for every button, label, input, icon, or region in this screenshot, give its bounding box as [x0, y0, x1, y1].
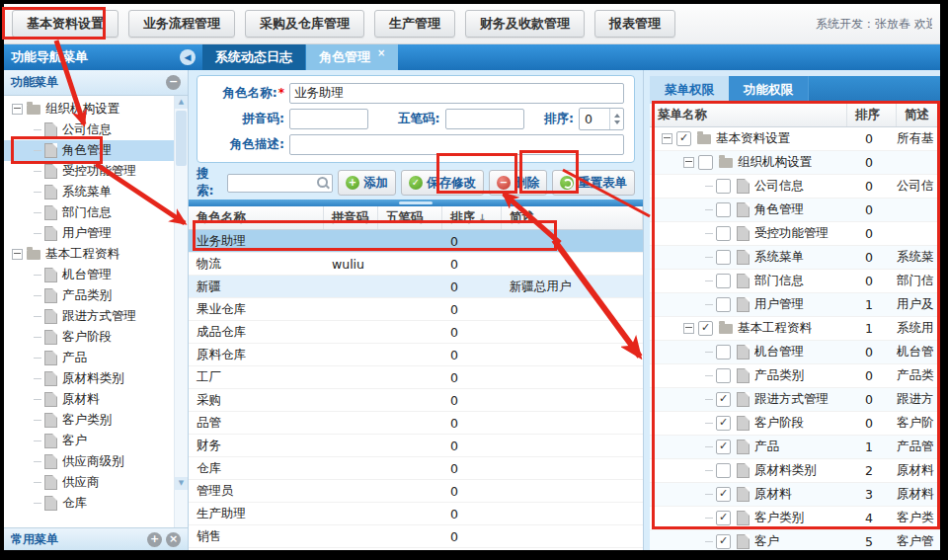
permission-row-9[interactable]: 机台管理0机台管 — [650, 341, 940, 364]
scroll-up-icon[interactable]: ▲ — [175, 96, 188, 109]
checkbox-checked[interactable]: ✓ — [716, 440, 731, 454]
checkbox[interactable] — [716, 368, 731, 383]
role-row-4[interactable]: 成品仓库0 — [189, 321, 643, 344]
role-row-11[interactable]: 管理员0 — [189, 480, 643, 503]
scrollbar-thumb[interactable] — [176, 111, 187, 166]
role-row-9[interactable]: 财务0 — [189, 435, 643, 457]
horizontal-splitter[interactable] — [189, 200, 643, 206]
toolbar-button-2[interactable]: −删除 — [489, 170, 547, 196]
permission-row-15[interactable]: ✓原材料3原材料 — [650, 483, 940, 507]
sort-spinner[interactable]: 0 — [579, 108, 624, 130]
tab-close-icon[interactable]: × — [377, 47, 385, 58]
sidebar-tree-item-19[interactable]: 仓库 — [4, 493, 188, 514]
column-header-4[interactable]: 简述 — [502, 206, 643, 229]
permission-row-11[interactable]: ✓跟进方式管理0跟进方 — [650, 388, 940, 412]
checkbox[interactable] — [716, 345, 731, 360]
sidebar-tree-item-7[interactable]: 基本工程资料 — [4, 244, 188, 265]
top-menu-item-1[interactable]: 业务流程管理 — [128, 10, 235, 38]
pinyin-input[interactable] — [289, 109, 368, 129]
toolbar-button-3[interactable]: 重置表单 — [552, 170, 635, 196]
role-row-5[interactable]: 原料仓库0 — [189, 344, 643, 366]
checkbox[interactable] — [716, 250, 731, 265]
permission-row-17[interactable]: ✓客户5客户管 — [650, 530, 940, 550]
sidebar-tree-item-15[interactable]: 客户类别 — [4, 410, 188, 431]
collapse-node-icon[interactable] — [662, 133, 672, 144]
permission-tab-1[interactable]: 功能权限 — [729, 76, 809, 104]
collapse-node-icon[interactable] — [12, 104, 23, 115]
permission-row-13[interactable]: ✓产品1产品管 — [650, 436, 940, 459]
permission-row-5[interactable]: 系统菜单0系统菜 — [650, 246, 940, 270]
sidebar-tree-item-5[interactable]: 部门信息 — [4, 202, 188, 223]
role-desc-input[interactable] — [289, 134, 624, 155]
main-tab-1[interactable]: 角色管理× — [306, 44, 398, 70]
role-name-input[interactable] — [289, 83, 624, 104]
wubi-input[interactable] — [445, 109, 524, 129]
checkbox-checked[interactable]: ✓ — [716, 534, 731, 549]
sidebar-tree-item-1[interactable]: 公司信息 — [4, 120, 188, 140]
sidebar-collapse-button[interactable]: ◀ — [180, 49, 196, 65]
top-menu-item-2[interactable]: 采购及仓库管理 — [245, 10, 364, 38]
checkbox[interactable] — [716, 463, 731, 478]
permission-row-7[interactable]: 用户管理1用户及 — [650, 293, 940, 317]
permission-row-10[interactable]: 产品类别0产品类 — [650, 364, 940, 388]
permission-tab-0[interactable]: 菜单权限 — [650, 76, 729, 104]
checkbox[interactable] — [716, 202, 731, 217]
role-row-7[interactable]: 采购0 — [189, 389, 643, 412]
checkbox-checked[interactable]: ✓ — [716, 416, 731, 431]
sidebar-tree-item-6[interactable]: 用户管理 — [4, 223, 188, 244]
permission-row-4[interactable]: 受控功能管理0 — [650, 222, 940, 246]
checkbox[interactable] — [698, 155, 713, 170]
checkbox-checked[interactable]: ✓ — [716, 392, 731, 407]
permission-row-6[interactable]: 部门信息0部门信 — [650, 270, 940, 293]
column-header-0[interactable]: 角色名称 — [189, 206, 324, 229]
sidebar-tree-item-0[interactable]: 组织机构设置 — [4, 99, 188, 120]
perm-column-header-2[interactable]: 简述 — [897, 104, 940, 126]
checkbox[interactable] — [716, 274, 731, 288]
sidebar-tree-item-2[interactable]: 角色管理 — [4, 140, 188, 161]
column-header-3[interactable]: 排序↓ — [442, 206, 502, 229]
spinner-arrows-icon[interactable] — [609, 109, 623, 129]
role-row-1[interactable]: 物流wuliu0 — [189, 253, 643, 276]
checkbox-checked[interactable]: ✓ — [698, 321, 713, 336]
permission-row-2[interactable]: 公司信息0公司信 — [650, 175, 940, 199]
column-header-2[interactable]: 五笔码 — [378, 206, 442, 229]
collapse-node-icon[interactable] — [12, 249, 23, 260]
collapse-node-icon[interactable] — [683, 323, 694, 334]
role-row-10[interactable]: 仓库0 — [189, 457, 643, 480]
add-circle-icon[interactable]: + — [147, 532, 162, 547]
close-circle-icon[interactable]: × — [166, 532, 181, 547]
collapse-node-icon[interactable] — [683, 157, 694, 168]
role-row-13[interactable]: 销售0 — [189, 525, 643, 548]
top-menu-item-3[interactable]: 生产管理 — [374, 10, 455, 38]
role-row-2[interactable]: 新疆0新疆总用户 — [189, 276, 643, 298]
column-header-1[interactable]: 拼音码 — [324, 206, 378, 229]
checkbox-checked[interactable]: ✓ — [676, 131, 691, 146]
sidebar-tree-item-16[interactable]: 客户 — [4, 431, 188, 451]
sidebar-tree-item-14[interactable]: 原材料 — [4, 389, 188, 410]
checkbox-checked[interactable]: ✓ — [716, 487, 731, 502]
permission-row-16[interactable]: ✓客户类别4客户类 — [650, 507, 940, 530]
toolbar-button-0[interactable]: +添加 — [338, 170, 396, 196]
sidebar-tree-item-3[interactable]: 受控功能管理 — [4, 161, 188, 182]
common-menu-bar[interactable]: 常用菜单 + × — [4, 527, 188, 550]
sidebar-tree-item-10[interactable]: 跟进方式管理 — [4, 306, 188, 327]
checkbox[interactable] — [716, 179, 731, 194]
perm-column-header-0[interactable]: 菜单名称 — [650, 104, 847, 126]
permission-row-1[interactable]: 组织机构设置0 — [650, 151, 940, 175]
role-row-0[interactable]: 业务助理0 — [189, 230, 643, 253]
sidebar-tree-item-9[interactable]: 产品类别 — [4, 285, 188, 306]
checkbox-checked[interactable]: ✓ — [716, 511, 731, 525]
sidebar-scrollbar[interactable]: ▲ ▼ — [174, 96, 188, 527]
collapse-section-icon[interactable]: − — [166, 75, 181, 90]
permission-row-3[interactable]: 角色管理0 — [650, 199, 940, 222]
role-row-12[interactable]: 生产助理0 — [189, 503, 643, 525]
sidebar-tree-item-12[interactable]: 产品 — [4, 348, 188, 368]
role-row-8[interactable]: 品管0 — [189, 412, 643, 435]
sidebar-tree-item-8[interactable]: 机台管理 — [4, 265, 188, 285]
sidebar-tree-item-13[interactable]: 原材料类别 — [4, 368, 188, 389]
checkbox[interactable] — [716, 226, 731, 241]
checkbox[interactable] — [716, 297, 731, 312]
permission-row-8[interactable]: ✓基本工程资料1系统用 — [650, 317, 940, 341]
sidebar-tree-item-17[interactable]: 供应商级别 — [4, 451, 188, 472]
search-icon[interactable] — [317, 177, 328, 188]
